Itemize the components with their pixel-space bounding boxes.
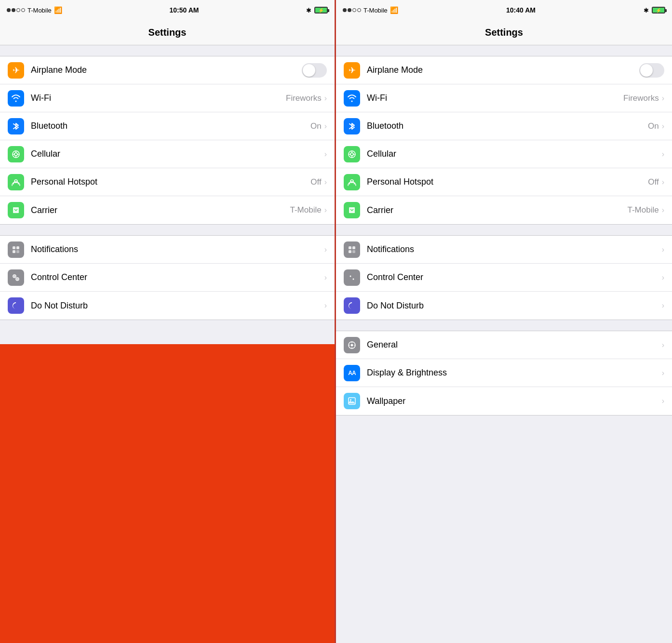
- dot1: [7, 8, 11, 12]
- signal-dots: [7, 8, 25, 12]
- left-bluetooth-label: Bluetooth: [31, 121, 310, 131]
- left-wifi-row[interactable]: Wi-Fi Fireworks ›: [0, 84, 335, 112]
- right-gap-2: [336, 225, 672, 235]
- right-cellular-label: Cellular: [367, 149, 662, 159]
- svg-rect-9: [13, 250, 15, 253]
- right-control-chevron: ›: [662, 273, 664, 282]
- left-airplane-label: Airplane Mode: [31, 65, 302, 75]
- right-wifi-row[interactable]: Wi-Fi Fireworks ›: [336, 84, 672, 112]
- left-hotspot-row[interactable]: Personal Hotspot Off ›: [0, 168, 335, 196]
- left-cellular-label: Cellular: [31, 149, 324, 159]
- right-wifi-icon: [344, 90, 360, 107]
- right-wallpaper-row[interactable]: Wallpaper ›: [336, 387, 672, 415]
- right-status-bar: T-Mobile 📶 10:40 AM ✱ ⚡: [336, 0, 672, 20]
- right-control-row[interactable]: Control Center ›: [336, 264, 672, 292]
- dot2: [12, 8, 15, 12]
- svg-rect-10: [16, 250, 19, 253]
- left-bluetooth-chevron: ›: [324, 122, 327, 131]
- left-carrier-value: T-Mobile: [290, 205, 321, 215]
- right-airplane-row[interactable]: ✈ Airplane Mode: [336, 56, 672, 84]
- svg-rect-8: [16, 246, 19, 249]
- left-bluetooth-row[interactable]: Bluetooth On ›: [0, 112, 335, 140]
- right-hotspot-value: Off: [648, 177, 659, 187]
- left-airplane-icon: ✈: [8, 62, 24, 79]
- right-airplane-icon: ✈: [344, 62, 360, 79]
- left-nav-title: Settings: [148, 27, 187, 38]
- right-status-right: ✱ ⚡: [644, 7, 665, 14]
- right-phone-panel: T-Mobile 📶 10:40 AM ✱ ⚡ Settings ✈ Airpl…: [336, 0, 672, 643]
- left-system-section: Notifications › Control Center ›: [0, 235, 335, 320]
- left-control-icon: [8, 269, 24, 286]
- left-notifications-row[interactable]: Notifications ›: [0, 236, 335, 264]
- right-notifications-row[interactable]: Notifications ›: [336, 236, 672, 264]
- right-wallpaper-icon: [344, 393, 360, 409]
- left-notifications-label: Notifications: [31, 244, 324, 255]
- wifi-status-icon: 📶: [54, 6, 62, 14]
- left-cellular-icon: [8, 146, 24, 162]
- right-airplane-label: Airplane Mode: [367, 65, 639, 75]
- left-bluetooth-icon: [8, 118, 24, 134]
- bluetooth-status-icon: ✱: [306, 7, 311, 14]
- left-cellular-row[interactable]: Cellular ›: [0, 140, 335, 168]
- right-system-section: Notifications › Control Center ›: [336, 235, 672, 320]
- battery-indicator: ⚡: [314, 7, 328, 13]
- right-carrier-label: T-Mobile: [363, 7, 388, 14]
- right-network-section: ✈ Airplane Mode Wi-Fi Fireworks ›: [336, 56, 672, 225]
- right-wifi-status-icon: 📶: [390, 6, 398, 14]
- right-control-label: Control Center: [367, 272, 662, 282]
- battery-bolt: ⚡: [318, 8, 324, 13]
- left-carrier-row[interactable]: Carrier T-Mobile ›: [0, 196, 335, 224]
- left-control-row[interactable]: Control Center ›: [0, 264, 335, 292]
- svg-point-1: [14, 153, 17, 156]
- svg-rect-25: [349, 250, 351, 253]
- left-notifications-chevron: ›: [324, 245, 327, 254]
- svg-rect-15: [17, 278, 18, 280]
- left-wifi-chevron: ›: [324, 94, 327, 103]
- right-hotspot-row[interactable]: Personal Hotspot Off ›: [336, 168, 672, 196]
- right-notifications-label: Notifications: [367, 244, 662, 255]
- right-gap-4: [336, 415, 672, 426]
- right-general-row[interactable]: General ›: [336, 331, 672, 359]
- left-carrier-chevron: ›: [324, 206, 327, 214]
- left-dnd-icon: [8, 297, 24, 314]
- svg-rect-23: [349, 246, 351, 249]
- left-airplane-toggle[interactable]: [302, 63, 327, 78]
- r-dot2: [348, 8, 351, 12]
- svg-rect-26: [352, 250, 355, 253]
- left-status-bar: T-Mobile 📶 10:50 AM ✱ ⚡: [0, 0, 335, 20]
- svg-rect-24: [352, 246, 355, 249]
- right-bluetooth-label: Bluetooth: [367, 121, 648, 131]
- left-wifi-value: Fireworks: [286, 94, 322, 103]
- right-display-row[interactable]: AA Display & Brightness ›: [336, 359, 672, 387]
- r-dot4: [357, 8, 361, 12]
- left-gap-2: [0, 225, 335, 235]
- right-battery-indicator: ⚡: [652, 7, 665, 13]
- right-cellular-row[interactable]: Cellular ›: [336, 140, 672, 168]
- right-bluetooth-row[interactable]: Bluetooth On ›: [336, 112, 672, 140]
- right-dnd-row[interactable]: Do Not Disturb ›: [336, 292, 672, 320]
- r-dot3: [352, 8, 356, 12]
- svg-rect-14: [14, 275, 15, 277]
- right-carrier-chevron: ›: [662, 206, 664, 214]
- right-general-chevron: ›: [662, 341, 664, 349]
- left-settings-list: ✈ Airplane Mode Wi-Fi Fireworks ›: [0, 45, 335, 344]
- left-hotspot-chevron: ›: [324, 178, 327, 187]
- left-network-section: ✈ Airplane Mode Wi-Fi Fireworks ›: [0, 56, 335, 225]
- left-carrier-icon: [8, 202, 24, 218]
- left-gap-3: [0, 320, 335, 331]
- left-notifications-icon: [8, 241, 24, 258]
- right-carrier-row[interactable]: Carrier T-Mobile ›: [336, 196, 672, 224]
- left-status-right: ✱ ⚡: [306, 7, 328, 14]
- right-bluetooth-icon: [344, 118, 360, 134]
- left-airplane-row[interactable]: ✈ Airplane Mode: [0, 56, 335, 84]
- right-hotspot-chevron: ›: [662, 178, 664, 187]
- left-dnd-chevron: ›: [324, 301, 327, 310]
- right-dnd-label: Do Not Disturb: [367, 301, 662, 311]
- svg-point-17: [350, 153, 353, 156]
- right-airplane-toggle[interactable]: [639, 63, 664, 78]
- left-dnd-row[interactable]: Do Not Disturb ›: [0, 292, 335, 320]
- right-status-left: T-Mobile 📶: [343, 6, 398, 14]
- right-dnd-icon: [344, 297, 360, 314]
- right-notifications-icon: [344, 241, 360, 258]
- right-display-icon: AA: [344, 365, 360, 381]
